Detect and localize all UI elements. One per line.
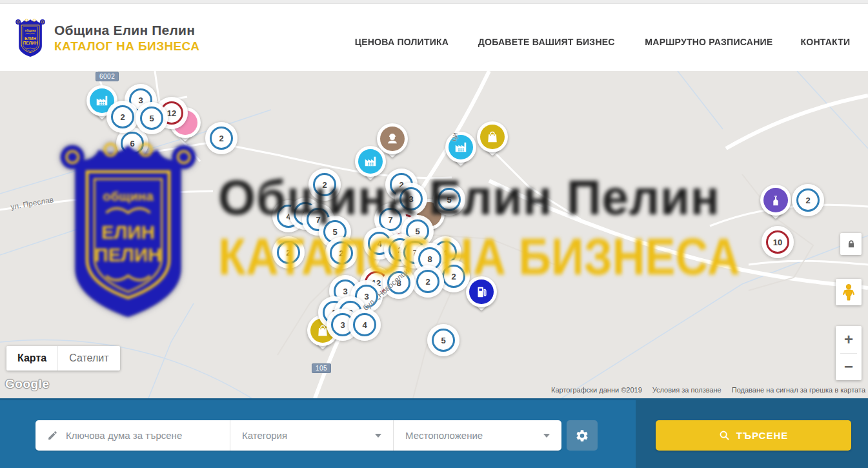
map-type-satellite-button[interactable]: Сателит xyxy=(57,346,119,371)
map-pin-bag[interactable] xyxy=(477,121,508,152)
location-select[interactable]: Местоположение xyxy=(394,420,561,451)
nav-item-3[interactable]: КОНТАКТИ xyxy=(801,36,851,47)
map-type-toggle: Карта Сателит xyxy=(6,346,120,371)
keyword-segment xyxy=(35,420,230,451)
factory-icon xyxy=(454,140,468,154)
map-pin-church[interactable] xyxy=(760,185,791,216)
search-bar: Категория Местоположение ТЪРСЕНЕ xyxy=(0,398,868,468)
map-cluster-marker[interactable]: 2 xyxy=(205,122,237,154)
category-select[interactable]: Категория xyxy=(230,420,394,451)
location-select-value: Местоположение xyxy=(405,430,483,441)
search-submit-label: ТЪРСЕНЕ xyxy=(736,430,789,441)
site-title: Община Елин Пелин xyxy=(54,23,199,38)
gear-icon xyxy=(575,429,589,443)
nav-item-0[interactable]: ЦЕНОВА ПОЛИТИКА xyxy=(355,36,449,47)
road-number-badge: 6002 xyxy=(96,72,119,81)
church-icon xyxy=(769,193,783,207)
nav-item-1[interactable]: ДОБАВЕТЕ ВАШИЯТ БИЗНЕС xyxy=(478,36,615,47)
chevron-down-icon xyxy=(375,434,381,438)
nav-item-2[interactable]: МАРШРУТНО РАЗПИСАНИЕ xyxy=(645,36,773,47)
factory-icon xyxy=(363,154,378,168)
zoom-control: + − xyxy=(836,326,862,380)
attribution-item-0: Картографски данни ©2019 xyxy=(551,386,642,394)
category-select-value: Категория xyxy=(242,430,287,441)
svg-text:ПЕЛИН: ПЕЛИН xyxy=(94,244,161,265)
zoom-in-button[interactable]: + xyxy=(836,326,862,353)
chevron-down-icon xyxy=(543,434,550,438)
site-subtitle: КАТАЛОГ НА БИЗНЕСА xyxy=(54,39,199,54)
site-header: община ЕЛИН ПЕЛИН Община Елин Пелин КАТА… xyxy=(0,4,868,75)
search-input-group: Категория Местоположение xyxy=(35,420,561,451)
google-logo[interactable]: Google xyxy=(5,377,49,391)
map-type-map-button[interactable]: Карта xyxy=(6,346,57,371)
keyword-search-input[interactable] xyxy=(66,430,214,441)
attribution-item-2[interactable]: Подаване на сигнал за грешка в картата xyxy=(732,386,865,394)
road-number-badge: 105 xyxy=(312,363,331,373)
pencil-icon xyxy=(47,430,58,441)
street-view-pegman[interactable] xyxy=(836,279,862,305)
map-attribution: Картографски данни ©2019Условия за ползв… xyxy=(551,386,865,394)
map-cluster-marker[interactable]: 5 xyxy=(427,324,459,356)
advanced-search-button[interactable] xyxy=(567,420,598,451)
map-cluster-marker[interactable]: 4 xyxy=(348,309,381,341)
shopping-bag-icon xyxy=(485,130,500,144)
zoom-out-button[interactable]: − xyxy=(836,353,862,380)
svg-text:ПЕЛИН: ПЕЛИН xyxy=(23,41,38,45)
municipality-crest-icon: община ЕЛИН ПЕЛИН xyxy=(14,18,46,58)
watermark-title: Община Елин Пелин xyxy=(218,169,720,225)
page: община ЕЛИН ПЕЛИН Община Елин Пелин КАТА… xyxy=(0,0,868,468)
map-cluster-marker[interactable]: 2 xyxy=(792,184,824,216)
svg-text:община: община xyxy=(103,189,154,203)
lock-icon xyxy=(847,239,856,249)
fuel-pump-icon xyxy=(474,285,489,299)
map-cluster-marker[interactable]: 5 xyxy=(136,102,168,134)
main-nav: ЦЕНОВА ПОЛИТИКАДОБАВЕТЕ ВАШИЯТ БИЗНЕСМАР… xyxy=(352,36,852,47)
watermark-crest: община ЕЛИН ПЕЛИН xyxy=(55,137,201,325)
brand-logo[interactable]: община ЕЛИН ПЕЛИН Община Елин Пелин КАТА… xyxy=(14,18,199,58)
map-lock-button[interactable] xyxy=(840,233,862,255)
pegman-icon xyxy=(842,284,855,301)
watermark-subtitle: КАТАЛОГ НА БИЗНЕСА xyxy=(218,227,740,287)
map-cluster-marker[interactable]: 2 xyxy=(106,101,139,133)
svg-text:ЕЛИН: ЕЛИН xyxy=(25,36,36,41)
attribution-item-1[interactable]: Условия за ползване xyxy=(652,386,722,394)
svg-text:община: община xyxy=(25,28,36,32)
search-submit-button[interactable]: ТЪРСЕНЕ xyxy=(656,420,851,451)
svg-text:ЕЛИН: ЕЛИН xyxy=(101,221,155,243)
factory-icon xyxy=(95,94,109,108)
map-cluster-marker[interactable]: 10 xyxy=(762,226,794,258)
map-canvas[interactable]: 6321252223546713575242274822128333834521… xyxy=(0,71,868,398)
search-icon xyxy=(719,430,730,441)
worker-icon xyxy=(385,132,399,146)
